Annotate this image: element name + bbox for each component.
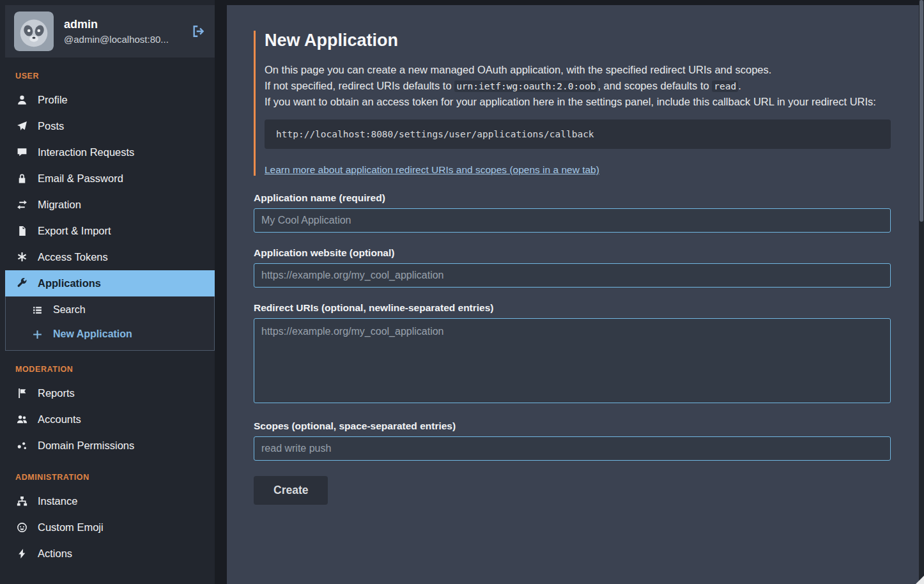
scopes-label: Scopes (optional, space-separated entrie… [254,420,891,432]
sidebar-item-label: New Application [53,328,132,340]
network-dots-icon [16,440,28,451]
new-application-panel: New Application On this page you can cre… [227,5,919,584]
user-handle: @admin@localhost:80... [64,34,169,45]
sidebar-item-label: Email & Password [38,173,123,185]
intro-block: New Application On this page you can cre… [254,31,891,176]
sidebar-item-applications[interactable]: Applications [5,270,215,296]
callback-url-code-block: http://localhost:8080/settings/user/appl… [265,119,891,149]
sidebar-item-label: Reports [38,387,75,399]
smiley-icon [16,522,28,533]
lock-icon [16,173,28,184]
sidebar-item-label: Instance [38,495,77,507]
sidebar-item-email-password[interactable]: Email & Password [5,165,215,192]
paper-plane-icon [16,121,28,132]
intro-line-3: If you want to obtain an access token fo… [265,94,891,110]
sidebar-item-label: Actions [38,548,72,560]
sidebar-item-migration[interactable]: Migration [5,192,215,218]
scopes-input[interactable] [254,436,891,461]
application-website-field-group: Application website (optional) [254,247,891,288]
sidebar-item-domain-permissions[interactable]: Domain Permissions [5,433,215,459]
logout-icon[interactable] [190,24,206,39]
redirect-uris-field-group: Redirect URIs (optional, newline-separat… [254,302,891,406]
comment-icon [16,147,28,158]
sidebar-item-label: Accounts [38,413,81,426]
section-label-moderation: MODERATION [15,365,215,374]
sidebar-item-applications-search[interactable]: Search [6,298,214,322]
sidebar-item-label: Access Tokens [38,251,108,263]
asterisk-icon [16,252,28,263]
sidebar-item-label: Applications [38,277,101,289]
sidebar-item-label: Search [53,304,86,316]
scopes-field-group: Scopes (optional, space-separated entrie… [254,420,891,461]
settings-sidebar: admin @admin@localhost:80... USER Profil… [0,0,215,584]
user-card: admin @admin@localhost:80... [5,5,215,58]
sidebar-item-label: Profile [38,94,68,106]
sidebar-item-reports[interactable]: Reports [5,380,215,406]
application-website-label: Application website (optional) [254,247,891,259]
sloth-avatar [14,12,54,51]
plus-icon [31,329,43,340]
sidebar-item-applications-new[interactable]: New Application [6,322,214,346]
sidebar-item-custom-emoji[interactable]: Custom Emoji [5,514,215,541]
file-icon [16,226,28,236]
redirect-uris-label: Redirect URIs (optional, newline-separat… [254,302,891,314]
sidebar-item-instance[interactable]: Instance [5,488,215,514]
intro-line-2: If not specified, redirect URIs defaults… [265,78,891,94]
sidebar-item-interaction-requests[interactable]: Interaction Requests [5,139,215,165]
sidebar-item-label: Export & Import [38,225,111,237]
sidebar-item-label: Interaction Requests [38,146,134,158]
learn-more-link[interactable]: Learn more about application redirect UR… [265,164,599,175]
sidebar-item-label: Custom Emoji [38,521,104,534]
sidebar-item-access-tokens[interactable]: Access Tokens [5,244,215,270]
oob-code: urn:ietf:wg:oauth:2.0:oob [454,81,597,92]
intro-line-1: On this page you can create a new manage… [265,62,891,78]
list-icon [31,305,43,316]
bolt-icon [16,548,28,559]
sitemap-icon [16,496,28,507]
read-code: read [712,81,738,92]
transfer-arrows-icon [16,199,28,210]
sidebar-item-export-import[interactable]: Export & Import [5,218,215,244]
resize-corner [916,576,924,584]
sidebar-item-label: Domain Permissions [38,440,134,452]
application-name-label: Application name (required) [254,192,891,204]
sidebar-item-label: Migration [38,199,81,211]
section-label-user: USER [15,72,215,81]
users-icon [16,414,28,425]
application-name-input[interactable] [254,208,891,233]
scrollbar-thumb[interactable] [920,0,923,222]
sidebar-item-posts[interactable]: Posts [5,113,215,139]
page-scrollbar[interactable] [919,0,924,584]
redirect-uris-textarea[interactable] [254,318,891,403]
sidebar-item-actions[interactable]: Actions [5,541,215,567]
flag-icon [16,388,28,399]
page-title: New Application [265,31,891,50]
sidebar-nav: USER Profile Posts Interaction Requests … [5,72,215,567]
applications-submenu: Search New Application [5,296,215,351]
application-website-input[interactable] [254,263,891,288]
user-icon [16,95,28,105]
user-name: admin [64,18,169,31]
application-name-field-group: Application name (required) [254,192,891,233]
sidebar-item-profile[interactable]: Profile [5,87,215,113]
section-label-administration: ADMINISTRATION [15,473,215,482]
sidebar-item-accounts[interactable]: Accounts [5,406,215,433]
sidebar-item-label: Posts [38,120,64,132]
wrench-icon [16,278,28,289]
create-button[interactable]: Create [254,476,328,505]
